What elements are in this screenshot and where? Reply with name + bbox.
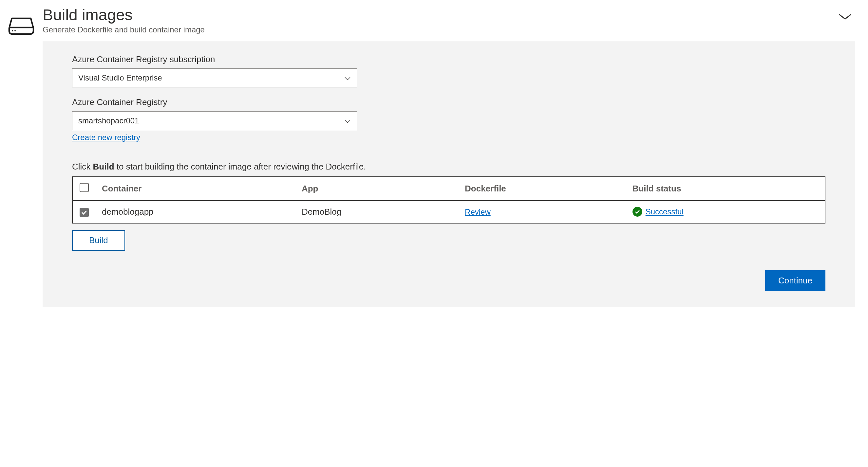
subscription-select[interactable]: Visual Studio Enterprise bbox=[72, 68, 357, 88]
svg-point-1 bbox=[14, 30, 16, 31]
review-dockerfile-link[interactable]: Review bbox=[465, 207, 491, 216]
instruction-post: to start building the container image af… bbox=[114, 162, 366, 171]
col-status: Build status bbox=[626, 177, 825, 201]
create-registry-link[interactable]: Create new registry bbox=[72, 133, 140, 142]
col-app: App bbox=[295, 177, 458, 201]
chevron-down-icon bbox=[838, 13, 852, 22]
registry-select[interactable]: smartshopacr001 bbox=[72, 111, 357, 130]
collapse-toggle[interactable] bbox=[835, 10, 855, 25]
build-button[interactable]: Build bbox=[72, 230, 125, 251]
success-check-icon bbox=[632, 207, 642, 216]
build-status-link[interactable]: Successful bbox=[646, 207, 684, 216]
registry-value: smartshopacr001 bbox=[78, 116, 139, 125]
storage-icon bbox=[8, 16, 35, 38]
select-all-checkbox[interactable] bbox=[80, 183, 89, 192]
subscription-value: Visual Studio Enterprise bbox=[78, 73, 162, 82]
col-dockerfile: Dockerfile bbox=[458, 177, 626, 201]
chevron-down-icon bbox=[344, 73, 351, 82]
instruction-bold: Build bbox=[93, 162, 114, 171]
cell-app: DemoBlog bbox=[295, 201, 458, 223]
table-row: demoblogapp DemoBlog Review Successful bbox=[72, 201, 825, 223]
svg-point-0 bbox=[12, 30, 13, 31]
cell-container: demoblogapp bbox=[95, 201, 295, 223]
page-title: Build images bbox=[42, 6, 205, 24]
subscription-label: Azure Container Registry subscription bbox=[72, 54, 826, 64]
page-subtitle: Generate Dockerfile and build container … bbox=[42, 25, 205, 34]
instruction-pre: Click bbox=[72, 162, 93, 171]
continue-button[interactable]: Continue bbox=[765, 270, 826, 291]
build-instruction: Click Build to start building the contai… bbox=[72, 162, 826, 172]
containers-table: Container App Dockerfile Build status d bbox=[72, 176, 826, 224]
chevron-down-icon bbox=[344, 116, 351, 125]
registry-label: Azure Container Registry bbox=[72, 97, 826, 107]
row-checkbox[interactable] bbox=[80, 208, 89, 217]
col-container: Container bbox=[95, 177, 295, 201]
